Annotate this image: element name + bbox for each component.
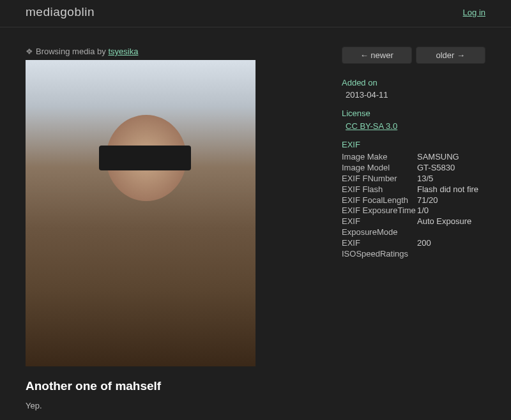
exif-label: EXIF [342,140,485,149]
exif-row: EXIF FNumber 13/5 [342,174,485,184]
exif-row: Image Model GT-S5830 [342,163,485,174]
exif-row: EXIF ExposureTime 1/0 [342,206,485,216]
exif-row: EXIF Flash Flash did not fire [342,184,485,195]
exif-key: EXIF ExposureMode [342,216,417,238]
nav-buttons: ← newer older → [342,47,485,64]
logo[interactable]: mediagoblin [26,5,95,19]
sidebar: ← newer older → Added on 2013-04-11 Lice… [342,47,485,410]
app-container: mediagoblin Log in ❖Browsing media by ts… [0,0,511,420]
exif-val: 200 [417,238,431,260]
added-on-value: 2013-04-11 [346,90,485,100]
exif-val: Auto Exposure [417,216,471,238]
browsing-label: Browsing media by [36,47,108,56]
exif-val: 13/5 [417,174,433,184]
main-column: ❖Browsing media by tsyesika Another one … [26,47,342,410]
exif-key: EXIF ExposureTime [342,206,417,216]
content: ❖Browsing media by tsyesika Another one … [0,27,511,420]
newer-button[interactable]: ← newer [342,47,412,64]
exif-key: Image Make [342,152,417,163]
login-link[interactable]: Log in [463,8,485,17]
exif-key: Image Model [342,163,417,174]
exif-val: 1/0 [417,206,429,216]
exif-val: GT-S5830 [417,163,455,174]
exif-table: Image Make SAMSUNG Image Model GT-S5830 … [342,152,485,260]
exif-key: EXIF ISOSpeedRatings [342,238,417,260]
media-description: Yep. [26,401,342,410]
license-link[interactable]: CC BY-SA 3.0 [346,121,397,131]
media-image[interactable] [26,60,256,366]
exif-key: EXIF FNumber [342,174,417,184]
license-label: License [342,109,485,118]
exif-key: EXIF Flash [342,184,417,195]
header: mediagoblin Log in [0,0,511,27]
added-on-label: Added on [342,78,485,87]
exif-row: EXIF FocalLength 71/20 [342,195,485,206]
exif-val: 71/20 [417,195,438,206]
exif-row: Image Make SAMSUNG [342,152,485,163]
user-link[interactable]: tsyesika [108,47,138,56]
exif-val: Flash did not fire [417,184,478,195]
exif-val: SAMSUNG [417,152,459,163]
exif-row: EXIF ISOSpeedRatings 200 [342,238,485,260]
media-title: Another one of mahself [26,379,342,393]
older-button[interactable]: older → [416,47,486,64]
browsing-text: ❖Browsing media by tsyesika [26,47,342,56]
flower-icon: ❖ [26,47,33,56]
exif-key: EXIF FocalLength [342,195,417,206]
exif-row: EXIF ExposureMode Auto Exposure [342,216,485,238]
